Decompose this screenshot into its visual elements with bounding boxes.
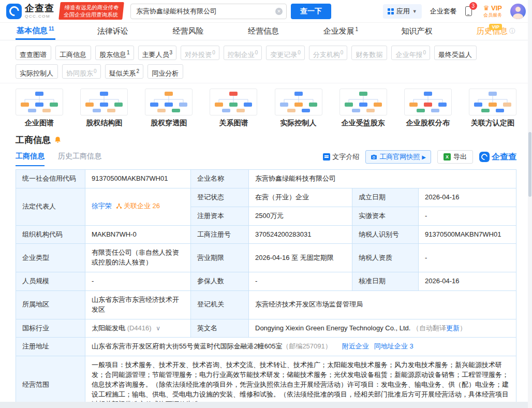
tab-operating-risk[interactable]: 经营风险	[172, 23, 206, 40]
slogan-line2: 全国企业信用查询系统	[64, 11, 119, 19]
subnav-business-info[interactable]: 工商信息	[55, 46, 91, 60]
table-row: 所属地区 山东省东营市东营经济技术开发区 登记机关 东营经济技术开发区市场监督管…	[16, 290, 516, 319]
subnav-change-records[interactable]: 变更记录0	[266, 46, 305, 60]
chevron-down-icon: ▼	[412, 9, 417, 14]
nearby-companies-link[interactable]: 附近企业	[342, 342, 369, 350]
chart-item-related-party[interactable]: 关联方认定图	[469, 89, 516, 128]
subnav-peer-analysis[interactable]: 同业分析	[147, 64, 183, 79]
chart-label: 实际控制人	[275, 119, 322, 128]
subnav-financial-data[interactable]: 财务数据	[351, 46, 387, 60]
legal-rep-link[interactable]: 徐宇荣	[92, 202, 112, 210]
sub-nav: 查查图谱 工商信息 股东信息1 主要人员3 对外投资0 控制企业0 变更记录0 …	[0, 40, 532, 83]
subnav-chachatupu[interactable]: 查查图谱	[16, 46, 51, 60]
tab-company-development[interactable]: 企业发展1	[322, 23, 359, 40]
chart-thumbnail	[469, 89, 516, 115]
label-company-type: 企业类型	[16, 244, 85, 272]
search-button[interactable]: 查一下	[291, 4, 331, 19]
label-taxpayer-quality: 纳税人资质	[352, 244, 419, 272]
table-row: 注册地址 山东省东营市开发区府前大街55号黄蓝时代国际金融港2幢605室（邮编2…	[16, 338, 516, 356]
subnav-annual-report[interactable]: 企业年报0	[391, 46, 430, 60]
chart-item-equity-distribution[interactable]: 企业股权分布	[404, 89, 452, 128]
official-snapshot-button[interactable]: 工商官网快照 ▶	[365, 150, 431, 164]
top-right-nav: 应用 ▼ 企业套餐 3 ♛ VIP 会员服务	[383, 4, 526, 19]
chart-item-actual-controller[interactable]: 实际控制人	[275, 89, 322, 128]
subnav-key-personnel[interactable]: 主要人员3	[138, 46, 177, 60]
qcc-watermark-icon	[479, 152, 490, 162]
related-companies-link[interactable]: 关联企业 26	[124, 202, 160, 210]
table-row: 统一社会信用代码 91370500MAKBN7WH01 企业名称 东营协鑫绿能科…	[16, 170, 516, 188]
mini-diagram	[471, 90, 514, 114]
value-staff-size: -	[85, 272, 191, 291]
value-region: 山东省东营市东营经济技术开发区	[85, 290, 191, 319]
subnav-controlled-companies[interactable]: 控制企业0	[224, 46, 262, 60]
chart-label: 企业股权分布	[404, 119, 452, 128]
translate-update-link[interactable]: 更新	[446, 324, 460, 332]
apps-label: 应用	[396, 7, 410, 16]
chart-item-equity-penetration[interactable]: 股权穿透图	[145, 89, 193, 128]
mini-diagram	[82, 90, 126, 114]
subnav-shareholders[interactable]: 股东信息1	[95, 46, 134, 60]
search-box: ✕	[130, 4, 287, 19]
scrollbar[interactable]	[528, 0, 532, 408]
apps-menu[interactable]: 应用 ▼	[383, 4, 422, 19]
label-legal-rep: 法定代表人	[16, 188, 85, 225]
value-company-name: 东营协鑫绿能科技有限公司	[249, 170, 516, 188]
vip-crown-icon: ♛ VIP	[483, 5, 502, 12]
industry-name: 太阳能发电	[92, 324, 125, 332]
qcc-watermark-text: 企查查	[492, 152, 516, 163]
subnav-actual-controller[interactable]: 实际控制人	[16, 64, 58, 79]
tab-history-business-info[interactable]: 历史工商信息	[58, 152, 101, 166]
avatar[interactable]	[510, 4, 526, 19]
document-icon	[323, 153, 330, 161]
subnav-ultimate-beneficiary[interactable]: 最终受益人	[434, 46, 477, 60]
mini-diagram	[277, 90, 320, 114]
chart-label: 企业图谱	[16, 119, 63, 128]
section-tabs: 工商信息 历史工商信息	[16, 152, 101, 166]
subnav-branches[interactable]: 分支机构0	[309, 46, 348, 60]
info-icon: ⓘ	[509, 27, 515, 36]
subnav-suspected-relations[interactable]: 疑似关系2	[105, 64, 144, 79]
subnav-co-shareholders[interactable]: 协同股东0	[62, 64, 101, 79]
vip-member-entry[interactable]: ♛ VIP 会员服务	[483, 5, 502, 18]
enterprise-package-link[interactable]: 企业套餐	[430, 7, 457, 16]
label-establish-date: 成立日期	[352, 188, 419, 207]
value-taxpayer-quality: -	[419, 244, 516, 272]
value-reg-authority: 东营经济技术开发区市场监督管理局	[249, 290, 516, 319]
table-row: 法定代表人 徐宇荣关联企业 26 登记状态 在营（开业）企业 成立日期 2026…	[16, 188, 516, 207]
clear-search-icon[interactable]: ✕	[275, 8, 283, 15]
subnav-outbound-investment[interactable]: 对外投资0	[181, 46, 219, 60]
tab-legal-litigation[interactable]: 法律诉讼	[96, 23, 130, 40]
export-button[interactable]: X 导出	[437, 150, 473, 164]
arrow-right-icon: ▶	[422, 154, 426, 160]
tab-basic-info[interactable]: 基本信息11	[16, 23, 55, 40]
tab-current-business-info[interactable]: 工商信息	[16, 152, 45, 166]
section-toolbar: 工商信息 历史工商信息 文字介绍 工商官网快照 ▶ X 导出 企查查	[0, 146, 532, 166]
tab-intellectual-property[interactable]: 知识产权	[400, 23, 434, 40]
same-address-link[interactable]: 同地址企业 3	[374, 342, 413, 350]
label-business-scope: 经营范围	[16, 356, 85, 402]
apps-grid-icon	[388, 8, 394, 14]
chart-item-relationship-graph[interactable]: 关系图谱	[210, 89, 257, 128]
chart-item-company-graph[interactable]: 企业图谱	[16, 89, 63, 128]
chart-item-equity-structure[interactable]: 股权结构图	[80, 89, 128, 128]
chart-label: 企业受益股东	[339, 119, 387, 128]
chevron-down-icon[interactable]: ∨	[156, 325, 160, 332]
section-title: 工商信息	[16, 134, 51, 146]
label-paid-capital: 实缴资本	[352, 207, 419, 225]
mobile-app-entry[interactable]: 3	[465, 6, 472, 16]
value-credit-code: 91370500MAKBN7WH01	[85, 170, 191, 188]
label-reg-capital: 注册资本	[191, 207, 249, 225]
value-industry: 太阳能发电 (D4416) ∨	[85, 319, 191, 338]
search-input[interactable]	[130, 4, 287, 19]
label-staff-size: 人员规模	[16, 272, 85, 291]
table-row: 组织机构代码 MAKBN7WH-0 工商注册号 370524200283031 …	[16, 225, 516, 244]
chart-item-beneficial-shareholders[interactable]: 企业受益股东	[339, 89, 387, 128]
chart-thumbnail	[80, 89, 128, 115]
value-establish-date: 2026-04-16	[419, 188, 516, 207]
qcc-logo[interactable]: 企查查 QCC.COM	[6, 4, 54, 19]
chart-label: 关系图谱	[210, 119, 257, 128]
scrollbar-thumb[interactable]	[528, 132, 531, 197]
text-intro-button[interactable]: 文字介绍	[323, 152, 359, 162]
tab-operating-info[interactable]: 经营信息	[247, 23, 281, 40]
label-company-name: 企业名称	[191, 170, 249, 188]
